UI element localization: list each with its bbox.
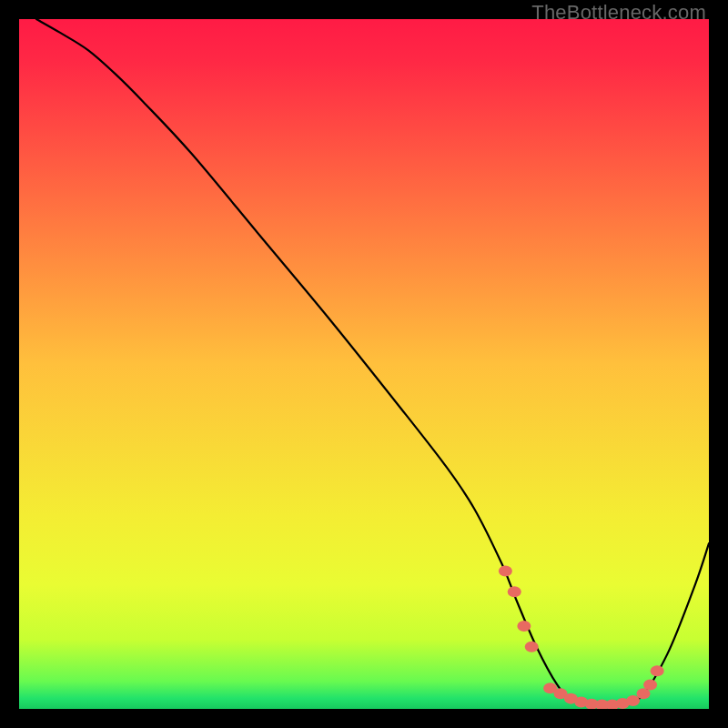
gradient-background xyxy=(19,19,709,709)
chart-svg xyxy=(19,19,709,709)
marker-dot xyxy=(517,621,531,632)
marker-dot xyxy=(643,679,657,690)
marker-dot xyxy=(525,642,539,652)
marker-dot xyxy=(499,565,512,576)
marker-dot xyxy=(651,665,664,676)
watermark-text: TheBottleneck.com xyxy=(531,1,706,25)
plot-area xyxy=(19,19,709,709)
marker-dot xyxy=(508,586,521,597)
